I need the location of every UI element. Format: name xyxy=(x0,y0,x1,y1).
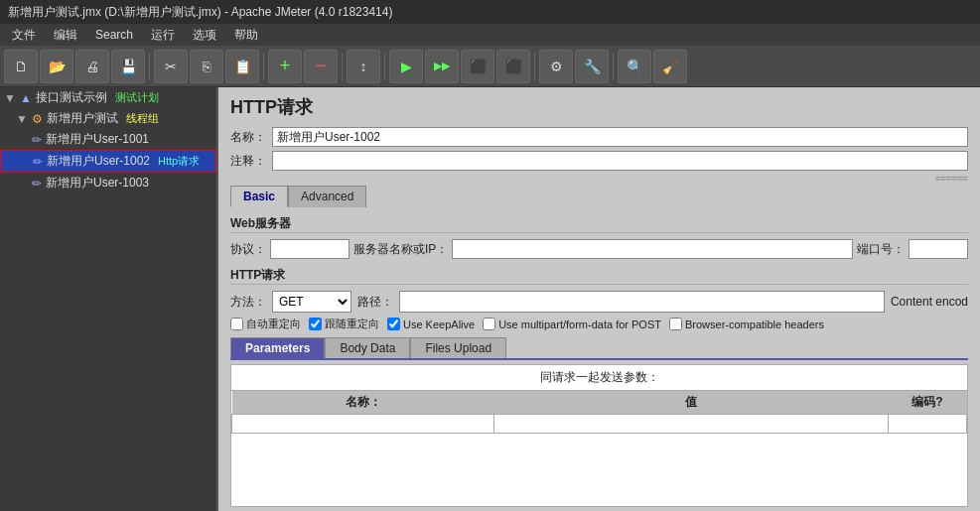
tree-item-user-1003[interactable]: ✏ 新增用户User-1003 xyxy=(0,173,216,193)
multipart-checkbox[interactable] xyxy=(483,318,495,330)
right-panel: HTTP请求 名称： 注释： ≈≈≈≈≈≈ Basic Advanced Web… xyxy=(218,87,980,511)
server-label: 服务器名称或IP： xyxy=(353,241,448,258)
tree-panel: ▼ ▲ 接口测试示例 测试计划 ▼ ⚙ 新增用户测试 线程组 ✏ 新增用户Use… xyxy=(0,87,218,511)
follow-redirect-checkbox[interactable] xyxy=(309,318,322,330)
tab-basic[interactable]: Basic xyxy=(230,186,288,207)
param-value-cell[interactable] xyxy=(494,415,888,434)
scroll-indicator: ≈≈≈≈≈≈ xyxy=(230,173,968,184)
title-bar: 新增用户测试.jmx (D:\新增用户测试.jmx) - Apache JMet… xyxy=(0,0,980,24)
menu-help[interactable]: 帮助 xyxy=(226,25,266,46)
toolbar-copy-button[interactable]: ⎘ xyxy=(190,50,223,83)
toolbar-run-button[interactable]: ▶ xyxy=(389,50,423,83)
tree-item-thread-group[interactable]: ▼ ⚙ 新增用户测试 线程组 xyxy=(0,108,216,129)
send-with-request-label: 同请求一起发送参数： xyxy=(231,365,967,391)
port-input[interactable] xyxy=(909,239,968,259)
toolbar-sep-2 xyxy=(263,53,264,80)
menu-search[interactable]: Search xyxy=(87,26,141,44)
auto-redirect-checkbox[interactable] xyxy=(230,318,243,330)
param-encode-cell[interactable] xyxy=(888,415,966,434)
tree-gear-icon: ⚙ xyxy=(32,112,43,126)
path-label: 路径： xyxy=(357,294,393,311)
form-area: 名称： 注释： ≈≈≈≈≈≈ Basic Advanced Web服务器 协议：… xyxy=(218,123,980,511)
tree-item-root[interactable]: ▼ ▲ 接口测试示例 测试计划 xyxy=(0,87,216,108)
checkbox-multipart[interactable]: Use multipart/form-data for POST xyxy=(483,318,661,330)
col-header-value: 值 xyxy=(494,391,888,415)
browser-headers-checkbox[interactable] xyxy=(669,318,682,330)
toolbar: 🗋 📂 🖨 💾 ✂ ⎘ 📋 + − ↕ ▶ ▶▶ ⬛ ⬛ ⚙ 🔧 🔍 🧹 xyxy=(0,46,980,87)
toolbar-print-button[interactable]: 🖨 xyxy=(75,50,109,83)
toolbar-tools-button[interactable]: 🔧 xyxy=(575,50,609,83)
comment-label: 注释： xyxy=(230,153,266,170)
method-select[interactable]: GET POST PUT DELETE HEAD OPTIONS PATCH xyxy=(272,291,351,313)
toolbar-save-button[interactable]: 💾 xyxy=(111,50,145,83)
keepalive-checkbox[interactable] xyxy=(387,318,400,330)
sub-tab-parameters[interactable]: Parameters xyxy=(230,337,325,358)
menu-options[interactable]: 选项 xyxy=(185,25,224,46)
tree-label-1002: 新增用户User-1002 xyxy=(47,153,150,170)
tree-pen-icon-1001: ✏ xyxy=(32,133,42,147)
name-row: 名称： xyxy=(230,127,968,147)
auto-redirect-label: 自动重定向 xyxy=(246,317,301,331)
menu-edit[interactable]: 编辑 xyxy=(46,25,85,46)
tree-item-extra-label: 测试计划 xyxy=(115,90,159,105)
name-input[interactable] xyxy=(272,127,968,147)
checkbox-browser-headers[interactable]: Browser-compatible headers xyxy=(669,318,824,330)
main-tabs: Basic Advanced xyxy=(230,186,968,207)
toolbar-toggle-button[interactable]: ↕ xyxy=(347,50,380,83)
method-label: 方法： xyxy=(230,294,266,311)
sub-tab-body-data[interactable]: Body Data xyxy=(325,337,410,358)
param-row-1 xyxy=(232,415,967,434)
checkbox-auto-redirect[interactable]: 自动重定向 xyxy=(230,317,301,331)
sub-tab-files-upload[interactable]: Files Upload xyxy=(410,337,506,358)
toolbar-sep-4 xyxy=(384,53,385,80)
panel-title: HTTP请求 xyxy=(218,87,980,123)
multipart-label: Use multipart/form-data for POST xyxy=(498,319,661,330)
checkbox-keepalive[interactable]: Use KeepAlive xyxy=(387,318,475,330)
col-header-name: 名称： xyxy=(232,391,494,415)
toolbar-open-button[interactable]: 📂 xyxy=(40,50,73,83)
param-name-cell[interactable] xyxy=(232,415,494,434)
tree-item-user-1002[interactable]: ✏ 新增用户User-1002 Http请求 xyxy=(0,150,216,173)
toolbar-settings-button[interactable]: ⚙ xyxy=(539,50,573,83)
menu-bar: 文件 编辑 Search 运行 选项 帮助 xyxy=(0,24,980,46)
toolbar-sep-6 xyxy=(613,53,614,80)
server-input[interactable] xyxy=(452,239,853,259)
tree-node-icon: ▲ xyxy=(20,91,32,105)
keepalive-label: Use KeepAlive xyxy=(403,319,475,330)
toolbar-sep-5 xyxy=(534,53,535,80)
tree-label-1003: 新增用户User-1003 xyxy=(46,175,149,192)
tree-item-user-1001[interactable]: ✏ 新增用户User-1001 xyxy=(0,129,216,150)
comment-input[interactable] xyxy=(272,151,968,171)
tree-item-thread-extra: 线程组 xyxy=(126,111,159,126)
path-input[interactable] xyxy=(399,291,885,313)
toolbar-add-button[interactable]: + xyxy=(268,50,302,83)
toolbar-stop-all-button[interactable]: ⬛ xyxy=(496,50,530,83)
tree-item-label: 接口测试示例 xyxy=(36,89,107,106)
checkbox-follow-redirect[interactable]: 跟随重定向 xyxy=(309,317,379,331)
toolbar-stop-button[interactable]: ⬛ xyxy=(461,50,494,83)
toolbar-cut-button[interactable]: ✂ xyxy=(154,50,188,83)
menu-file[interactable]: 文件 xyxy=(4,25,44,46)
toolbar-clear-button[interactable]: 🧹 xyxy=(653,50,687,83)
tree-expand-icon-2: ▼ xyxy=(16,112,28,126)
param-table: 名称： 值 编码? xyxy=(231,391,967,434)
toolbar-sep-1 xyxy=(149,53,150,80)
name-label: 名称： xyxy=(230,129,266,146)
menu-run[interactable]: 运行 xyxy=(143,25,183,46)
main-layout: ▼ ▲ 接口测试示例 测试计划 ▼ ⚙ 新增用户测试 线程组 ✏ 新增用户Use… xyxy=(0,87,980,511)
toolbar-sep-3 xyxy=(342,53,343,80)
toolbar-run-all-button[interactable]: ▶▶ xyxy=(425,50,459,83)
toolbar-remove-button[interactable]: − xyxy=(304,50,338,83)
sub-tabs: Parameters Body Data Files Upload xyxy=(230,337,968,360)
content-enc-label: Content encod xyxy=(891,295,968,309)
web-server-section-header: Web服务器 xyxy=(230,215,968,233)
toolbar-new-button[interactable]: 🗋 xyxy=(4,50,38,83)
col-header-encode: 编码? xyxy=(888,391,966,415)
tree-pen-icon-1002: ✏ xyxy=(33,155,43,169)
tab-advanced[interactable]: Advanced xyxy=(288,186,366,207)
toolbar-paste-button[interactable]: 📋 xyxy=(225,50,259,83)
protocol-input[interactable] xyxy=(270,239,350,259)
protocol-label: 协议： xyxy=(230,241,266,258)
follow-redirect-label: 跟随重定向 xyxy=(325,317,379,331)
toolbar-search-button[interactable]: 🔍 xyxy=(618,50,651,83)
